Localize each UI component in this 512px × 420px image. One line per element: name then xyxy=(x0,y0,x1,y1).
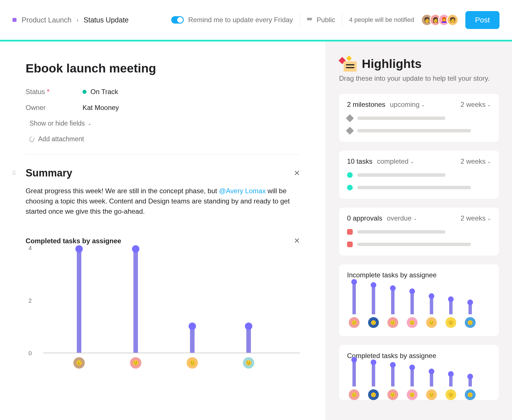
assignee-avatar: 🙂 xyxy=(426,389,437,400)
mini-chart-bar: 🙂 xyxy=(445,371,456,400)
highlights-title: Highlights xyxy=(362,57,422,71)
skeleton-line xyxy=(357,129,471,132)
divider xyxy=(26,154,300,155)
chart-title: Completed tasks by assignee xyxy=(26,237,121,245)
mini-chart-bar: 🙂 xyxy=(387,362,398,400)
assignee-avatar: 🙂 xyxy=(130,357,141,369)
summary-heading: Summary xyxy=(26,167,72,179)
card-range-dropdown[interactable]: 2 weeks⌄ xyxy=(461,214,491,222)
chevron-down-icon: ⌄ xyxy=(487,216,491,221)
completed-tasks-chart-card[interactable]: Completed tasks by assignee 🙂🙂🙂🙂🙂🙂🙂 xyxy=(339,345,499,400)
card-state-dropdown[interactable]: upcoming⌄ xyxy=(390,101,425,109)
mini-chart-bar: 🙂 xyxy=(368,282,379,328)
tasks-card[interactable]: 10 tasks completed⌄ 2 weeks⌄ xyxy=(339,151,499,199)
chevron-down-icon: ⌄ xyxy=(487,102,491,107)
skeleton-line xyxy=(357,117,445,120)
divider xyxy=(342,14,342,26)
card-title: Completed tasks by assignee xyxy=(347,352,491,360)
summary-text[interactable]: Great progress this week! We are still i… xyxy=(26,186,300,217)
divider xyxy=(300,14,300,26)
update-title[interactable]: Ebook launch meeting xyxy=(26,61,300,75)
chart-bar xyxy=(245,323,252,353)
card-range-dropdown[interactable]: 2 weeks⌄ xyxy=(461,101,491,109)
highlights-icon xyxy=(339,56,357,72)
skeleton-line xyxy=(357,173,445,177)
visibility-label: Public xyxy=(317,16,335,24)
assignee-avatar: 🙂 xyxy=(349,317,360,328)
assignee-avatar: 🙂 xyxy=(368,317,379,328)
task-complete-icon xyxy=(347,185,353,190)
mini-chart-bar: 🙂 xyxy=(387,285,398,328)
show-hide-fields-button[interactable]: Show or hide fields ⌄ xyxy=(30,120,300,127)
assignee-avatar: 🙂 xyxy=(465,389,476,400)
people-icon xyxy=(307,18,313,22)
chevron-down-icon: ⌄ xyxy=(88,121,91,126)
assignee-avatar: 🙂 xyxy=(387,389,398,400)
remove-section-button[interactable]: ✕ xyxy=(294,236,300,245)
owner-field-label: Owner xyxy=(26,104,82,112)
project-name[interactable]: Product Launch xyxy=(22,16,71,24)
approvals-card[interactable]: 0 approvals overdue⌄ 2 weeks⌄ xyxy=(339,207,499,256)
assignee-avatar: 🙂 xyxy=(349,389,360,400)
remove-section-button[interactable]: ✕ xyxy=(294,169,300,178)
y-axis-tick: 2 xyxy=(28,297,32,304)
chevron-down-icon: ⌄ xyxy=(487,159,491,164)
notified-avatars[interactable]: 🧑 👩 👩‍🦰 🧑 xyxy=(421,14,459,26)
post-button[interactable]: Post xyxy=(465,11,499,29)
mini-chart-bar: 🙂 xyxy=(426,369,437,400)
drag-handle-icon[interactable]: ⠿ xyxy=(12,170,16,177)
visibility-button[interactable]: Public xyxy=(307,16,335,24)
card-state-dropdown[interactable]: overdue⌄ xyxy=(387,214,417,222)
assignee-avatar: 🙂 xyxy=(445,317,456,328)
mini-chart-bar: 🙂 xyxy=(465,374,476,400)
reminder-label: Remind me to update every Friday xyxy=(188,16,293,24)
paperclip-icon xyxy=(29,136,35,142)
card-state-dropdown[interactable]: completed⌄ xyxy=(377,157,414,165)
mini-chart-bar: 🙂 xyxy=(465,300,476,328)
user-mention[interactable]: @Avery Lomax xyxy=(219,187,266,195)
assignee-avatar: 🙂 xyxy=(73,357,85,369)
chart-bar xyxy=(132,245,139,353)
mini-chart-bar: 🙂 xyxy=(445,296,456,328)
approval-overdue-icon xyxy=(347,242,353,247)
owner-value[interactable]: Kat Mooney xyxy=(82,104,119,112)
assignee-avatar: 🙂 xyxy=(445,389,456,400)
assignee-avatar: 🙂 xyxy=(368,389,379,400)
status-field-label: Status * xyxy=(26,88,82,96)
chevron-right-icon: › xyxy=(77,17,79,23)
highlights-subtitle: Drag these into your update to help tell… xyxy=(339,74,499,82)
status-value[interactable]: On Track xyxy=(82,88,118,96)
mini-chart-bar: 🙂 xyxy=(407,288,418,328)
assignee-avatar: 🙂 xyxy=(407,317,418,328)
completed-tasks-chart: 024 🙂🙂🙂🙂 xyxy=(26,248,300,370)
task-complete-icon xyxy=(347,172,353,178)
mini-chart-bar: 🙂 xyxy=(426,293,437,328)
milestone-icon xyxy=(346,127,354,135)
reminder-toggle[interactable] xyxy=(171,16,184,24)
page-title: Status Update xyxy=(84,16,129,24)
card-count: 2 milestones xyxy=(347,101,385,109)
card-range-dropdown[interactable]: 2 weeks⌄ xyxy=(461,157,491,165)
chevron-down-icon: ⌄ xyxy=(421,102,425,107)
y-axis-tick: 0 xyxy=(28,350,32,357)
mini-chart-bar: 🙂 xyxy=(349,357,360,400)
milestone-icon xyxy=(346,114,354,122)
notify-count-text: 4 people will be notified xyxy=(349,16,414,24)
card-count: 0 approvals xyxy=(347,214,382,222)
skeleton-line xyxy=(357,186,471,189)
mini-chart-bar: 🙂 xyxy=(349,279,360,328)
project-color-dot xyxy=(13,18,16,22)
assignee-avatar: 🙂 xyxy=(387,317,398,328)
assignee-avatar: 🙂 xyxy=(243,357,254,369)
card-count: 10 tasks xyxy=(347,157,372,165)
breadcrumb: Product Launch › Status Update xyxy=(13,16,129,24)
status-dot-icon xyxy=(82,90,86,94)
card-title: Incomplete tasks by assignee xyxy=(347,271,491,279)
avatar: 🧑 xyxy=(447,14,459,26)
milestones-card[interactable]: 2 milestones upcoming⌄ 2 weeks⌄ xyxy=(339,94,499,142)
incomplete-tasks-chart-card[interactable]: Incomplete tasks by assignee 🙂🙂🙂🙂🙂🙂🙂 xyxy=(339,264,499,336)
add-attachment-button[interactable]: Add attachment xyxy=(30,135,300,143)
y-axis-tick: 4 xyxy=(28,245,32,251)
chevron-down-icon: ⌄ xyxy=(413,216,417,221)
assignee-avatar: 🙂 xyxy=(426,317,437,328)
